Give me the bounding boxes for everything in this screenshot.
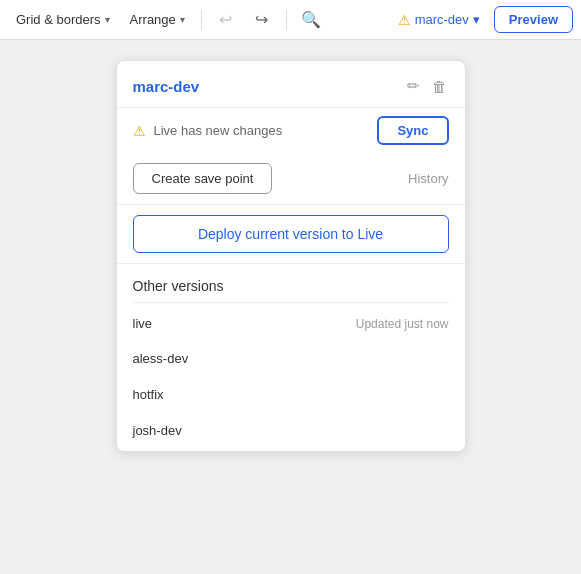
delete-aless-dev-button[interactable]: 🗑 <box>429 349 449 367</box>
warning-icon: ⚠ <box>398 12 411 28</box>
sync-label: Sync <box>397 123 428 138</box>
warning-text: Live has new changes <box>154 123 370 138</box>
deploy-section: Deploy current version to Live <box>117 205 465 264</box>
header-actions: ✏ 🗑 <box>405 75 449 97</box>
grid-borders-button[interactable]: Grid & borders ▾ <box>8 8 118 31</box>
brand-label: marc-dev <box>415 12 469 27</box>
arrange-button[interactable]: Arrange ▾ <box>122 8 193 31</box>
delete-panel-button[interactable]: 🗑 <box>430 75 449 97</box>
toolbar: Grid & borders ▾ Arrange ▾ ↩ ↪ 🔍 ⚠ marc-… <box>0 0 581 40</box>
grid-chevron-icon: ▾ <box>105 14 110 25</box>
list-item[interactable]: aless-dev ✏ 🗑 <box>117 340 465 376</box>
toolbar-separator-2 <box>286 10 287 30</box>
deploy-label: Deploy current version to Live <box>198 226 383 242</box>
versions-panel: marc-dev ✏ 🗑 ⚠ Live has new changes Sync… <box>116 60 466 452</box>
panel-title: marc-dev <box>133 78 405 95</box>
version-tag-live: Updated just now <box>356 317 449 331</box>
panel-scroll-area[interactable]: marc-dev ✏ 🗑 ⚠ Live has new changes Sync… <box>117 61 465 451</box>
edit-josh-dev-button[interactable]: ✏ <box>403 421 421 439</box>
brand-chevron-icon: ▾ <box>473 12 480 27</box>
edit-aless-dev-button[interactable]: ✏ <box>403 349 421 367</box>
preview-label: Preview <box>509 12 558 27</box>
list-item[interactable]: hotfix ✏ 🗑 <box>117 376 465 412</box>
version-name-live: live <box>133 316 348 331</box>
create-save-point-button[interactable]: Create save point <box>133 163 273 194</box>
redo-button[interactable]: ↪ <box>246 4 278 36</box>
toolbar-separator-1 <box>201 10 202 30</box>
other-versions-label: Other versions <box>133 278 224 294</box>
delete-josh-dev-button[interactable]: 🗑 <box>429 421 449 439</box>
panel-header: marc-dev ✏ 🗑 <box>117 61 465 108</box>
toolbar-arrange-group: Arrange ▾ <box>122 8 193 31</box>
arrange-label: Arrange <box>130 12 176 27</box>
save-point-label: Create save point <box>152 171 254 186</box>
warning-icon: ⚠ <box>133 123 146 139</box>
search-button[interactable]: 🔍 <box>295 4 327 36</box>
warning-bar: ⚠ Live has new changes Sync <box>117 108 465 153</box>
panel-wrapper: marc-dev ✏ 🗑 ⚠ Live has new changes Sync… <box>0 40 581 452</box>
sync-button[interactable]: Sync <box>377 116 448 145</box>
list-item[interactable]: josh-dev ✏ 🗑 <box>117 412 465 448</box>
undo-button[interactable]: ↩ <box>210 4 242 36</box>
history-link[interactable]: History <box>408 171 448 186</box>
list-item: live Updated just now <box>117 307 465 340</box>
actions-row: Create save point History <box>117 153 465 205</box>
other-versions-header: Other versions <box>117 264 465 302</box>
version-list: live Updated just now aless-dev ✏ 🗑 hotf… <box>117 303 465 451</box>
version-name-josh-dev: josh-dev <box>133 423 403 438</box>
edit-title-button[interactable]: ✏ <box>405 75 422 97</box>
history-label: History <box>408 171 448 186</box>
version-name-hotfix: hotfix <box>133 387 403 402</box>
delete-hotfix-button[interactable]: 🗑 <box>429 385 449 403</box>
grid-borders-label: Grid & borders <box>16 12 101 27</box>
arrange-chevron-icon: ▾ <box>180 14 185 25</box>
list-item[interactable]: reservations-page ✏ 🗑 <box>117 448 465 451</box>
preview-button[interactable]: Preview <box>494 6 573 33</box>
version-name-aless-dev: aless-dev <box>133 351 403 366</box>
deploy-button[interactable]: Deploy current version to Live <box>133 215 449 253</box>
brand-button[interactable]: ⚠ marc-dev ▾ <box>388 8 490 32</box>
toolbar-grid-group: Grid & borders ▾ <box>8 8 118 31</box>
edit-hotfix-button[interactable]: ✏ <box>403 385 421 403</box>
